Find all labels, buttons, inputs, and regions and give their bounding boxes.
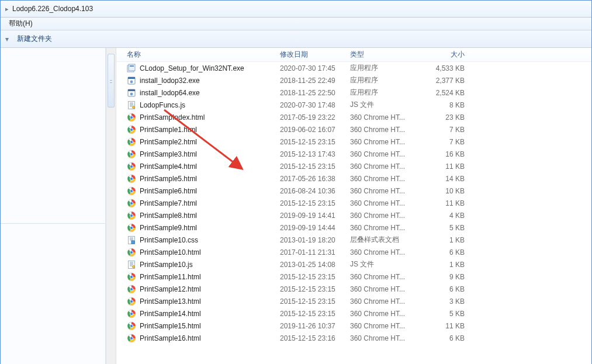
svg-point-19: [130, 140, 133, 143]
file-size-cell: 2,377 KB: [418, 77, 465, 85]
file-row[interactable]: PrintSample10.css2013-01-19 18:20层叠样式表文档…: [116, 234, 591, 246]
file-size-cell: 11 KB: [418, 322, 465, 330]
scrollbar-vertical[interactable]: [106, 48, 116, 364]
file-name-cell[interactable]: PrintSample14.html: [127, 309, 280, 318]
file-name-label: LodopFuncs.js: [140, 101, 185, 109]
svg-point-40: [130, 226, 133, 228]
file-date-cell: 2017-01-11 21:31: [280, 248, 350, 256]
file-name-cell[interactable]: PrintSample4.html: [127, 162, 280, 171]
menu-bar: 帮助(H): [1, 18, 591, 30]
file-name-cell[interactable]: PrintSampIndex.html: [127, 113, 280, 122]
file-row[interactable]: PrintSample1.html2019-06-02 16:07360 Chr…: [116, 123, 591, 136]
file-row[interactable]: PrintSample15.html2019-11-26 10:37360 Ch…: [116, 320, 591, 332]
file-type-cell: 360 Chrome HT...: [350, 224, 418, 232]
file-row[interactable]: PrintSample4.html2015-12-15 23:15360 Chr…: [116, 160, 591, 172]
file-name-cell[interactable]: PrintSample5.html: [127, 174, 280, 183]
svg-point-28: [130, 177, 133, 179]
file-size-cell: 2,524 KB: [418, 89, 465, 97]
file-name-cell[interactable]: CLodop_Setup_for_Win32NT.exe: [127, 64, 280, 73]
breadcrumb-path[interactable]: Lodop6.226_Clodop4.103: [12, 5, 93, 13]
file-name-cell[interactable]: LodopFuncs.js: [127, 100, 280, 110]
chrome-icon: [127, 199, 136, 208]
file-row[interactable]: PrintSample5.html2017-05-26 16:38360 Chr…: [116, 172, 591, 185]
new-folder-button[interactable]: 新建文件夹: [17, 34, 52, 44]
file-row[interactable]: PrintSample10.js2013-01-25 14:08JS 文件1 K…: [116, 258, 591, 271]
toolbar-back-glyph[interactable]: ▾: [5, 35, 9, 43]
file-type-cell: 360 Chrome HT...: [350, 126, 418, 134]
file-name-label: install_lodop32.exe: [140, 77, 200, 85]
file-row[interactable]: PrintSample8.html2019-09-19 14:41360 Chr…: [116, 209, 591, 221]
navigation-pane[interactable]: [1, 48, 106, 364]
file-row[interactable]: PrintSample13.html2015-12-15 23:15360 Ch…: [116, 295, 591, 307]
css-icon: [127, 235, 136, 245]
svg-point-56: [130, 300, 133, 302]
menu-help[interactable]: 帮助(H): [5, 19, 36, 29]
file-name-label: PrintSample4.html: [140, 162, 197, 171]
file-name-cell[interactable]: PrintSample15.html: [127, 321, 280, 331]
file-name-label: CLodop_Setup_for_Win32NT.exe: [140, 64, 244, 72]
file-name-cell[interactable]: install_lodop32.exe: [127, 76, 280, 85]
file-row[interactable]: PrintSample12.html2015-12-15 23:15360 Ch…: [116, 283, 591, 295]
file-size-cell: 11 KB: [418, 199, 465, 207]
file-row[interactable]: PrintSample3.html2015-12-13 17:43360 Chr…: [116, 148, 591, 160]
column-headers[interactable]: 名称 修改日期 类型 大小: [116, 48, 591, 62]
column-name[interactable]: 名称: [127, 50, 280, 60]
file-row[interactable]: PrintSample6.html2016-08-24 10:36360 Chr…: [116, 185, 591, 197]
file-name-cell[interactable]: PrintSample10.css: [127, 235, 280, 245]
file-row[interactable]: install_lodop32.exe2018-11-25 22:49应用程序2…: [116, 74, 591, 86]
file-size-cell: 6 KB: [418, 285, 465, 293]
file-row[interactable]: PrintSample16.html2015-12-15 23:16360 Ch…: [116, 332, 591, 344]
file-row[interactable]: PrintSample11.html2015-12-15 23:15360 Ch…: [116, 271, 591, 283]
file-name-label: PrintSample1.html: [140, 126, 197, 134]
file-name-cell[interactable]: PrintSample2.html: [127, 137, 280, 147]
file-type-cell: JS 文件: [350, 259, 418, 269]
file-row[interactable]: PrintSample14.html2015-12-15 23:15360 Ch…: [116, 307, 591, 320]
file-type-cell: 360 Chrome HT...: [350, 162, 418, 171]
file-name-cell[interactable]: PrintSample9.html: [127, 223, 280, 233]
file-name-cell[interactable]: PrintSample8.html: [127, 211, 280, 220]
chrome-icon: [127, 272, 136, 282]
file-name-label: install_lodop64.exe: [140, 89, 200, 97]
file-name-cell[interactable]: PrintSample10.js: [127, 260, 280, 269]
file-name-cell[interactable]: PrintSample11.html: [127, 272, 280, 282]
file-size-cell: 5 KB: [418, 310, 465, 318]
file-type-cell: 360 Chrome HT...: [350, 248, 418, 256]
file-size-cell: 11 KB: [418, 162, 465, 171]
file-name-cell[interactable]: PrintSample13.html: [127, 297, 280, 306]
file-name-label: PrintSample15.html: [140, 322, 201, 330]
file-name-cell[interactable]: PrintSample1.html: [127, 125, 280, 134]
file-row[interactable]: PrintSampIndex.html2017-05-19 23:22360 C…: [116, 111, 591, 123]
file-row[interactable]: PrintSample9.html2019-09-19 14:44360 Chr…: [116, 221, 591, 234]
chrome-icon: [127, 174, 136, 183]
file-row[interactable]: PrintSample10.html2017-01-11 21:31360 Ch…: [116, 246, 591, 258]
file-name-label: PrintSample9.html: [140, 224, 197, 232]
file-type-cell: 360 Chrome HT...: [350, 285, 418, 293]
file-name-cell[interactable]: PrintSample16.html: [127, 334, 280, 343]
file-rows: CLodop_Setup_for_Win32NT.exe2020-07-30 1…: [116, 62, 591, 344]
column-type[interactable]: 类型: [350, 50, 418, 60]
svg-rect-7: [128, 89, 135, 91]
file-name-cell[interactable]: PrintSample3.html: [127, 150, 280, 159]
address-bar[interactable]: ▸ Lodop6.226_Clodop4.103: [1, 1, 591, 18]
file-name-cell[interactable]: PrintSample10.html: [127, 248, 280, 257]
svg-rect-1: [129, 64, 135, 71]
file-row[interactable]: PrintSample7.html2015-12-15 23:15360 Chr…: [116, 197, 591, 209]
file-name-cell[interactable]: PrintSample7.html: [127, 199, 280, 208]
file-row[interactable]: install_lodop64.exe2018-11-25 22:50应用程序2…: [116, 86, 591, 99]
file-name-cell[interactable]: install_lodop64.exe: [127, 88, 280, 98]
file-type-cell: 360 Chrome HT...: [350, 113, 418, 122]
file-date-cell: 2013-01-19 18:20: [280, 236, 350, 244]
chrome-icon: [127, 113, 136, 122]
file-type-cell: 360 Chrome HT...: [350, 322, 418, 330]
scrollbar-thumb[interactable]: [108, 54, 115, 108]
exe-icon: [127, 88, 136, 98]
column-size[interactable]: 大小: [418, 50, 465, 60]
file-row[interactable]: CLodop_Setup_for_Win32NT.exe2020-07-30 1…: [116, 62, 591, 74]
js-icon: [127, 100, 136, 110]
file-name-cell[interactable]: PrintSample12.html: [127, 285, 280, 294]
file-name-cell[interactable]: PrintSample6.html: [127, 186, 280, 196]
file-row[interactable]: LodopFuncs.js2020-07-30 17:48JS 文件8 KB: [116, 99, 591, 111]
file-row[interactable]: PrintSample2.html2015-12-15 23:15360 Chr…: [116, 136, 591, 148]
svg-rect-42: [131, 241, 134, 244]
column-date[interactable]: 修改日期: [280, 50, 350, 60]
